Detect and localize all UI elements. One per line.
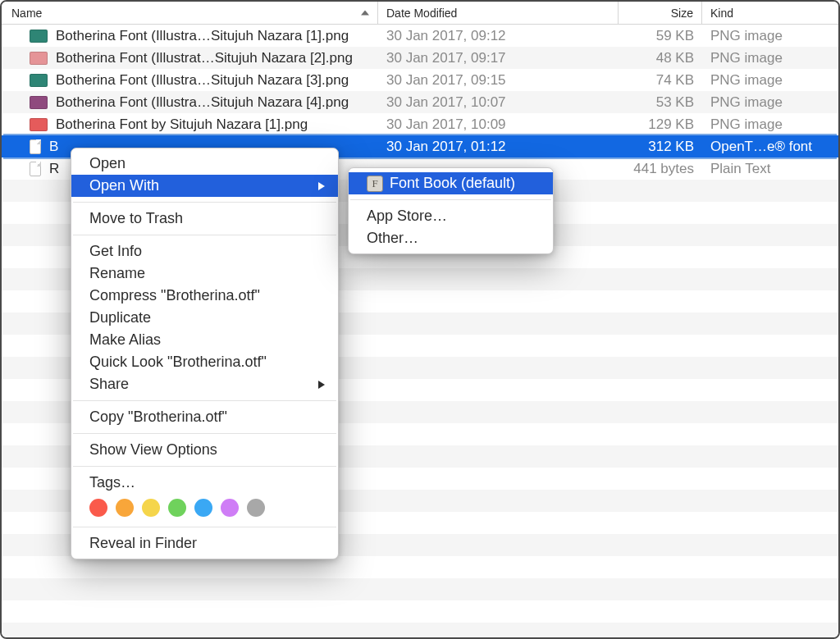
column-header-kind-label: Kind — [710, 7, 733, 20]
file-size-cell: 129 KB — [619, 116, 702, 133]
file-size-cell: 441 bytes — [619, 161, 702, 177]
sort-caret-icon — [361, 10, 369, 16]
tag-dot-purple[interactable] — [221, 499, 239, 517]
menu-item-copy[interactable]: Copy "Brotherina.otf" — [71, 406, 338, 428]
menu-separator — [73, 527, 336, 527]
menu-separator — [73, 466, 336, 467]
file-date-cell: 30 Jan 2017, 10:07 — [378, 94, 619, 111]
file-kind-cell: PNG image — [702, 28, 838, 44]
menu-item-show-view-options[interactable]: Show View Options — [71, 439, 338, 461]
menu-item-compress[interactable]: Compress "Brotherina.otf" — [71, 285, 338, 307]
menu-item-open-with[interactable]: Open With — [71, 175, 338, 197]
menu-item-open[interactable]: Open — [71, 153, 338, 175]
file-row[interactable]: Botherina Font (Illustrat…Situjuh Nazara… — [2, 47, 838, 69]
menu-separator — [73, 400, 336, 401]
tag-dot-blue[interactable] — [194, 499, 212, 517]
file-size-cell: 312 KB — [619, 139, 702, 155]
file-row[interactable]: Botherina Font (Illustra…Situjuh Nazara … — [2, 69, 838, 91]
file-row[interactable]: Botherina Font by Situjuh Nazara [1].png… — [2, 113, 838, 135]
tag-dot-gray[interactable] — [247, 499, 265, 517]
file-size-cell: 48 KB — [619, 50, 702, 66]
file-kind-cell: PNG image — [702, 50, 838, 66]
submenu-item-app-store[interactable]: App Store… — [349, 205, 553, 227]
image-file-icon — [30, 118, 48, 131]
file-name-label: Botherina Font (Illustra…Situjuh Nazara … — [56, 94, 349, 111]
menu-item-duplicate[interactable]: Duplicate — [71, 307, 338, 329]
menu-item-tags[interactable]: Tags… — [71, 472, 338, 494]
column-header-date[interactable]: Date Modified — [378, 2, 619, 24]
file-name-cell: Botherina Font (Illustra…Situjuh Nazara … — [2, 72, 378, 89]
menu-separator — [73, 202, 336, 203]
file-name-cell: Botherina Font (Illustra…Situjuh Nazara … — [2, 28, 378, 44]
file-kind-cell: PNG image — [702, 72, 838, 89]
file-name-cell: Botherina Font (Illustrat…Situjuh Nazara… — [2, 50, 378, 66]
file-size-cell: 59 KB — [619, 28, 702, 44]
column-header-row: Name Date Modified Size Kind — [2, 2, 838, 25]
menu-separator — [73, 235, 336, 235]
file-name-label: Botherina Font by Situjuh Nazara [1].png — [56, 116, 308, 133]
column-header-size[interactable]: Size — [619, 2, 702, 24]
image-file-icon — [30, 96, 48, 109]
column-header-size-label: Size — [671, 7, 693, 20]
file-name-cell: Botherina Font by Situjuh Nazara [1].png — [2, 116, 378, 133]
file-size-cell: 53 KB — [619, 94, 702, 111]
menu-item-reveal-in-finder[interactable]: Reveal in Finder — [71, 532, 338, 555]
document-file-icon — [30, 162, 41, 176]
file-row[interactable]: Botherina Font (Illustra…Situjuh Nazara … — [2, 25, 838, 47]
document-file-icon — [30, 139, 41, 154]
file-date-cell: 30 Jan 2017, 09:17 — [378, 50, 619, 66]
file-date-cell: 30 Jan 2017, 09:12 — [378, 28, 619, 44]
file-name-cell: Botherina Font (Illustra…Situjuh Nazara … — [2, 94, 378, 111]
image-file-icon — [30, 52, 48, 65]
menu-item-get-info[interactable]: Get Info — [71, 240, 338, 262]
column-header-name[interactable]: Name — [2, 2, 378, 24]
image-file-icon — [30, 74, 48, 87]
menu-item-rename[interactable]: Rename — [71, 262, 338, 285]
column-header-name-label: Name — [11, 7, 42, 20]
file-date-cell: 30 Jan 2017, 10:09 — [378, 116, 619, 133]
file-size-cell: 74 KB — [619, 72, 702, 89]
file-kind-cell: OpenT…e® font — [702, 139, 838, 155]
file-date-cell: 30 Jan 2017, 09:15 — [378, 72, 619, 89]
tag-color-row — [71, 494, 338, 522]
font-book-icon: F — [367, 176, 383, 192]
submenu-item-other[interactable]: Other… — [349, 227, 553, 249]
file-name-label: Botherina Font (Illustra…Situjuh Nazara … — [56, 72, 349, 89]
file-kind-cell: PNG image — [702, 94, 838, 111]
menu-separator — [350, 199, 551, 200]
open-with-submenu: F Font Book (default) App Store… Other… — [348, 167, 554, 254]
tag-dot-red[interactable] — [89, 499, 107, 517]
menu-item-move-to-trash[interactable]: Move to Trash — [71, 208, 338, 230]
file-date-cell: 30 Jan 2017, 01:12 — [378, 139, 619, 155]
tag-dot-yellow[interactable] — [142, 499, 160, 517]
file-name-label: Botherina Font (Illustrat…Situjuh Nazara… — [56, 50, 353, 66]
menu-item-share[interactable]: Share — [71, 373, 338, 395]
file-name-label: Botherina Font (Illustra…Situjuh Nazara … — [56, 28, 349, 44]
menu-item-make-alias[interactable]: Make Alias — [71, 329, 338, 351]
menu-separator — [73, 433, 336, 434]
file-name-label: R — [49, 161, 59, 177]
context-menu: Open Open With Move to Trash Get Info Re… — [71, 148, 339, 559]
image-file-icon — [30, 30, 48, 43]
file-row[interactable]: Botherina Font (Illustra…Situjuh Nazara … — [2, 91, 838, 113]
file-name-label: B — [49, 139, 58, 155]
menu-item-quick-look[interactable]: Quick Look "Brotherina.otf" — [71, 351, 338, 373]
column-header-date-label: Date Modified — [386, 7, 457, 20]
submenu-item-font-book[interactable]: F Font Book (default) — [349, 172, 553, 194]
file-kind-cell: Plain Text — [702, 161, 838, 177]
file-kind-cell: PNG image — [702, 116, 838, 133]
tag-dot-green[interactable] — [168, 499, 186, 517]
column-header-kind[interactable]: Kind — [702, 2, 838, 24]
tag-dot-orange[interactable] — [116, 499, 134, 517]
